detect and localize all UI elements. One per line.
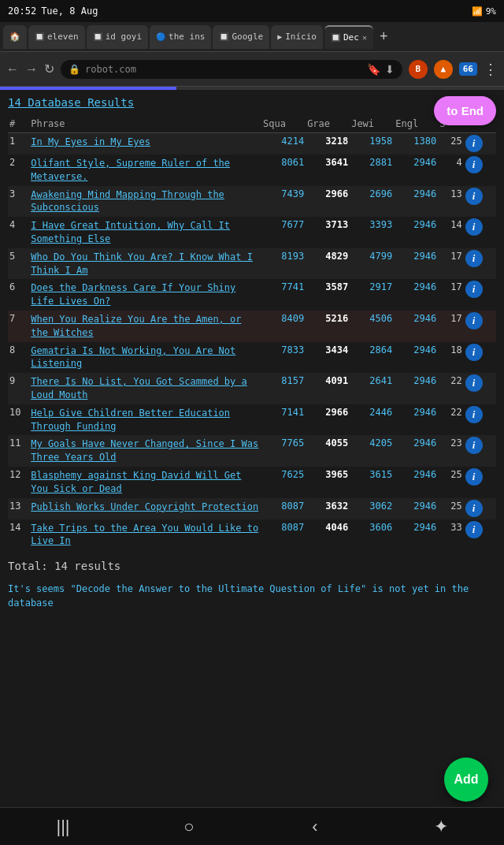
tab-google[interactable]: 🔲 Google <box>213 25 269 49</box>
row-s: 4 <box>438 154 463 186</box>
row-engl: 2946 <box>394 342 438 374</box>
to-end-button[interactable]: to End <box>434 96 496 125</box>
info-button[interactable]: i <box>465 135 483 152</box>
phrase-link[interactable]: Olifant Style, Supreme Ruler of the Meta… <box>31 158 230 182</box>
row-phrase[interactable]: Does the Darkness Care If Your Shiny Lif… <box>29 279 261 311</box>
download-button[interactable]: ⬇ <box>385 63 395 76</box>
brave-shield-icon[interactable]: B <box>409 60 428 79</box>
row-engl: 2946 <box>394 311 438 342</box>
menu-button[interactable]: ⋮ <box>484 61 498 77</box>
phrase-link[interactable]: Publish Works Under Copyright Protection <box>31 501 258 512</box>
row-phrase[interactable]: Take Trips to the Area You Would Like to… <box>29 519 261 551</box>
phrase-link[interactable]: I Have Great Intuition, Why Call It Some… <box>31 220 230 244</box>
phrase-link[interactable]: Does the Darkness Care If Your Shiny Lif… <box>31 282 235 307</box>
add-button[interactable]: Add <box>444 758 488 802</box>
nav-menu-button[interactable]: ||| <box>39 811 87 843</box>
row-phrase[interactable]: Blasphemy against King David Will Get Yo… <box>29 467 261 498</box>
row-num: 12 <box>8 467 29 498</box>
row-squa: 8087 <box>261 519 306 551</box>
new-tab-button[interactable]: + <box>375 28 393 45</box>
tab-home[interactable]: 🏠 <box>3 25 27 49</box>
info-button[interactable]: i <box>465 374 483 392</box>
reload-button[interactable]: ↻ <box>44 61 54 76</box>
info-button[interactable]: i <box>465 250 483 267</box>
tab-inicio[interactable]: ▶ Início <box>271 25 323 49</box>
phrase-link[interactable]: Awakening Mind Mapping Through the Subco… <box>31 189 224 214</box>
nav-back-button[interactable]: ‹ <box>291 811 339 843</box>
phrase-link[interactable]: Take Trips to the Area You Would Like to… <box>31 523 258 547</box>
results-table: # Phrase Squa Grae Jewi Engl S 1 In My E… <box>8 115 496 550</box>
row-phrase[interactable]: Who Do You Think You Are? I Know What I … <box>29 248 261 280</box>
url-input[interactable]: 🔒 robot.com 🔖 ⬇ <box>61 60 402 79</box>
info-button[interactable]: i <box>465 406 483 423</box>
phrase-link[interactable]: My Goals Have Never Changed, Since I Was… <box>31 438 258 463</box>
tab-dec[interactable]: 🔲 Dec ✕ <box>324 25 373 49</box>
forward-button[interactable]: → <box>25 62 38 76</box>
row-grae: 5216 <box>306 311 350 342</box>
phrase-link[interactable]: When You Realize You Are the Amen, or th… <box>31 314 241 338</box>
row-grae: 3641 <box>306 154 350 186</box>
table-row: 10 Help Give Children Better Education T… <box>8 404 496 436</box>
row-phrase[interactable]: Help Give Children Better Education Thro… <box>29 404 261 436</box>
row-grae: 4091 <box>306 373 350 404</box>
row-grae: 3434 <box>306 342 350 374</box>
phrase-link[interactable]: Blasphemy against King David Will Get Yo… <box>31 470 241 494</box>
row-jewi: 4205 <box>350 435 394 467</box>
row-squa: 4214 <box>261 133 306 155</box>
row-info-cell: i <box>464 154 496 186</box>
row-phrase[interactable]: I Have Great Intuition, Why Call It Some… <box>29 217 261 248</box>
tab-close-icon[interactable]: ✕ <box>362 33 367 42</box>
row-phrase[interactable]: My Goals Have Never Changed, Since I Was… <box>29 435 261 467</box>
row-squa: 7833 <box>261 342 306 374</box>
brave-rewards-icon[interactable]: ▲ <box>434 60 453 79</box>
db-results-header[interactable]: 14 Database Results <box>8 96 496 109</box>
row-jewi: 2641 <box>350 373 394 404</box>
phrase-link[interactable]: There Is No List, You Got Scammed by a L… <box>31 376 247 400</box>
table-row: 2 Olifant Style, Supreme Ruler of the Me… <box>8 154 496 186</box>
info-button[interactable]: i <box>465 468 483 486</box>
info-button[interactable]: i <box>465 281 483 298</box>
row-phrase[interactable]: Olifant Style, Supreme Ruler of the Meta… <box>29 154 261 186</box>
phrase-link[interactable]: Who Do You Think You Are? I Know What I … <box>31 251 253 276</box>
row-info-cell: i <box>464 133 496 155</box>
row-engl: 2946 <box>394 467 438 498</box>
info-button[interactable]: i <box>465 218 483 236</box>
row-s: 23 <box>438 435 463 467</box>
row-squa: 7439 <box>261 186 306 218</box>
bookmark-button[interactable]: 🔖 <box>367 63 380 76</box>
row-phrase[interactable]: Gematria Is Not Working, You Are Not Lis… <box>29 342 261 374</box>
info-button[interactable]: i <box>465 521 483 538</box>
tab-ins[interactable]: 🔵 the ins <box>150 25 211 49</box>
row-grae: 3713 <box>306 217 350 248</box>
row-phrase[interactable]: When You Realize You Are the Amen, or th… <box>29 311 261 342</box>
nav-profile-button[interactable]: ✦ <box>417 811 465 843</box>
tab-idgoyi[interactable]: 🔲 id goyi <box>87 25 148 49</box>
row-phrase[interactable]: Publish Works Under Copyright Protection <box>29 498 261 519</box>
table-row: 5 Who Do You Think You Are? I Know What … <box>8 248 496 280</box>
url-text: robot.com <box>85 64 362 75</box>
date: Tue, 8 Aug <box>41 6 98 17</box>
row-info-cell: i <box>464 217 496 248</box>
tab-eleven[interactable]: 🔲 eleven <box>28 25 85 49</box>
info-button[interactable]: i <box>465 500 483 517</box>
info-button[interactable]: i <box>465 188 483 205</box>
row-jewi: 4799 <box>350 248 394 280</box>
row-phrase[interactable]: There Is No List, You Got Scammed by a L… <box>29 373 261 404</box>
info-button[interactable]: i <box>465 312 483 329</box>
info-button[interactable]: i <box>465 437 483 454</box>
row-engl: 2946 <box>394 404 438 436</box>
back-button[interactable]: ← <box>6 62 19 76</box>
row-num: 11 <box>8 435 29 467</box>
phrase-link[interactable]: Help Give Children Better Education Thro… <box>31 408 230 432</box>
row-info-cell: i <box>464 519 496 551</box>
row-engl: 2946 <box>394 498 438 519</box>
row-num: 5 <box>8 248 29 280</box>
row-engl: 2946 <box>394 435 438 467</box>
info-button[interactable]: i <box>465 344 483 361</box>
nav-home-button[interactable]: ○ <box>165 811 213 843</box>
info-button[interactable]: i <box>465 156 483 173</box>
phrase-link[interactable]: In My Eyes in My Eyes <box>31 136 150 147</box>
phrase-link[interactable]: Gematria Is Not Working, You Are Not Lis… <box>31 345 235 370</box>
row-phrase[interactable]: Awakening Mind Mapping Through the Subco… <box>29 186 261 218</box>
row-phrase[interactable]: In My Eyes in My Eyes <box>29 133 261 155</box>
